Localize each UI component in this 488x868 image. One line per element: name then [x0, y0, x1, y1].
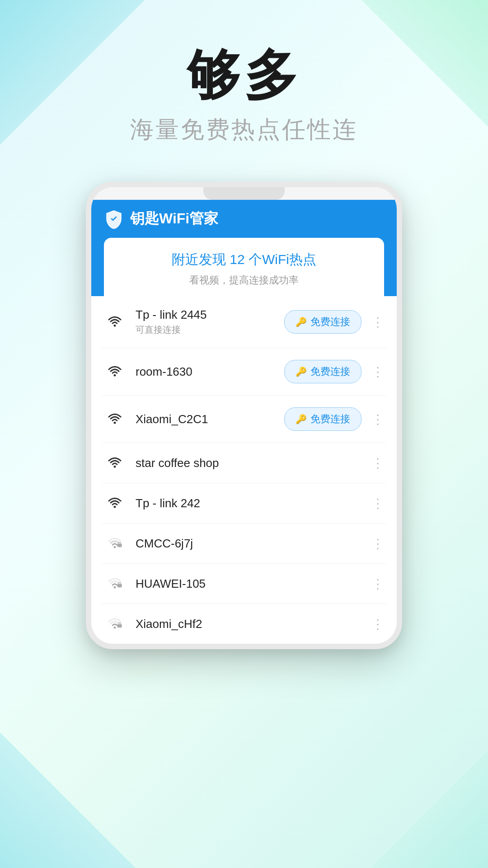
- wifi-name: Xiaomi_C2C1: [136, 412, 276, 426]
- svg-point-5: [114, 546, 116, 548]
- wifi-name: Xiaomi_cHf2: [136, 617, 361, 631]
- wifi-list-item: CMCC-6j7j⋮: [102, 524, 386, 564]
- connect-label: 免费连接: [310, 315, 350, 329]
- wifi-list: Tp - link 2445可直接连接🔑免费连接⋮ room-1630🔑免费连接…: [91, 296, 397, 644]
- corner-decoration-br: [371, 750, 488, 868]
- more-options-icon[interactable]: ⋮: [370, 456, 386, 471]
- wifi-name: room-1630: [136, 365, 276, 379]
- svg-point-0: [114, 325, 116, 327]
- more-options-icon[interactable]: ⋮: [370, 536, 386, 551]
- svg-rect-6: [117, 544, 122, 547]
- app-logo-icon: [104, 209, 124, 229]
- wifi-info: HUAWEI-105: [136, 577, 361, 591]
- svg-point-7: [114, 586, 116, 589]
- wifi-list-item: star coffee shop⋮: [102, 443, 386, 483]
- wifi-signal-icon: [102, 363, 127, 380]
- more-options-icon[interactable]: ⋮: [370, 364, 386, 379]
- discovery-hint-text: 看视频，提高连接成功率: [115, 274, 373, 287]
- free-connect-button[interactable]: 🔑免费连接: [284, 407, 361, 431]
- svg-rect-10: [117, 624, 122, 627]
- wifi-signal-icon: [102, 576, 127, 592]
- app-header: 钥匙WiFi管家 附近发现 12 个WiFi热点 看视频，提高连接成功率: [91, 200, 397, 296]
- wifi-signal-icon: [102, 455, 127, 471]
- wifi-list-item: Xiaomi_cHf2⋮: [102, 604, 386, 644]
- wifi-list-item[interactable]: room-1630🔑免费连接⋮: [102, 348, 386, 396]
- wifi-signal-icon: [102, 616, 127, 632]
- free-connect-button[interactable]: 🔑免费连接: [284, 360, 361, 383]
- wifi-list-item: Tp - link 242⋮: [102, 483, 386, 524]
- wifi-list-item: HUAWEI-105⋮: [102, 564, 386, 604]
- connect-label: 免费连接: [310, 412, 350, 426]
- wifi-name: Tp - link 242: [136, 496, 361, 510]
- phone-mockup: 钥匙WiFi管家 附近发现 12 个WiFi热点 看视频，提高连接成功率 Tp …: [86, 182, 402, 649]
- svg-point-1: [114, 374, 116, 377]
- wifi-name: Tp - link 2445: [136, 308, 276, 322]
- wifi-info: Xiaomi_C2C1: [136, 412, 276, 426]
- wifi-list-item[interactable]: Tp - link 2445可直接连接🔑免费连接⋮: [102, 296, 386, 348]
- wifi-name: star coffee shop: [136, 456, 361, 470]
- wifi-signal-icon: [102, 314, 127, 330]
- svg-point-3: [114, 466, 116, 468]
- more-options-icon[interactable]: ⋮: [370, 576, 386, 591]
- wifi-name: HUAWEI-105: [136, 577, 361, 591]
- wifi-discovery-card: 附近发现 12 个WiFi热点 看视频，提高连接成功率: [104, 238, 384, 296]
- headline: 够多: [186, 45, 302, 105]
- wifi-info: Xiaomi_cHf2: [136, 617, 361, 631]
- free-connect-button[interactable]: 🔑免费连接: [284, 310, 361, 334]
- discovery-count-text: 附近发现 12 个WiFi热点: [115, 250, 373, 269]
- wifi-info: room-1630: [136, 365, 276, 379]
- svg-rect-8: [117, 584, 122, 587]
- phone-notch: [203, 187, 285, 200]
- wifi-info: star coffee shop: [136, 456, 361, 470]
- wifi-signal-icon: [102, 495, 127, 511]
- connect-label: 免费连接: [310, 365, 350, 378]
- app-title: 钥匙WiFi管家: [130, 209, 218, 229]
- key-icon: 🔑: [296, 414, 307, 425]
- wifi-subtitle: 可直接连接: [136, 324, 276, 336]
- wifi-info: CMCC-6j7j: [136, 537, 361, 551]
- wifi-signal-icon: [102, 535, 127, 552]
- wifi-name: CMCC-6j7j: [136, 537, 361, 551]
- wifi-info: Tp - link 2445可直接连接: [136, 308, 276, 336]
- key-icon: 🔑: [296, 316, 307, 327]
- more-options-icon[interactable]: ⋮: [370, 315, 386, 330]
- more-options-icon[interactable]: ⋮: [370, 496, 386, 511]
- svg-point-4: [114, 506, 116, 508]
- wifi-list-item[interactable]: Xiaomi_C2C1🔑免费连接⋮: [102, 396, 386, 443]
- more-options-icon[interactable]: ⋮: [370, 617, 386, 632]
- svg-point-9: [114, 627, 116, 629]
- subtitle: 海量免费热点任性连: [130, 114, 358, 146]
- wifi-signal-icon: [102, 411, 127, 427]
- svg-point-2: [114, 422, 116, 424]
- more-options-icon[interactable]: ⋮: [370, 412, 386, 427]
- wifi-info: Tp - link 242: [136, 496, 361, 510]
- corner-decoration-bl: [0, 732, 136, 868]
- key-icon: 🔑: [296, 366, 307, 377]
